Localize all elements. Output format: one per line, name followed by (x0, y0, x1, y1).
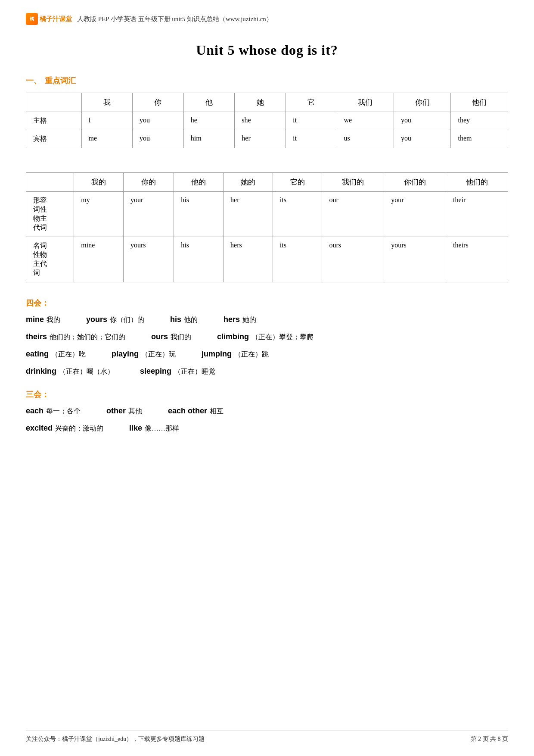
table-cell: his (174, 237, 224, 282)
table-cell: it (286, 130, 337, 148)
table-row: 我的 你的 他的 她的 它的 我们的 你们的 他们的 (26, 173, 508, 192)
vocab-en: yours (86, 315, 107, 324)
table-cell: its (273, 237, 322, 282)
header-text: 人教版 PEP 小学英语 五年级下册 unit5 知识点总结（www.juziz… (77, 15, 273, 23)
table-cell: 他的 (174, 173, 224, 192)
vocab-cn: 像……那样 (145, 424, 179, 433)
pronoun-table: 我 你 他 她 它 我们 你们 他们 主格 I you he she it we… (26, 93, 508, 148)
vocab-en: each other (168, 406, 207, 415)
vocab-item: sleeping （正在）睡觉 (140, 367, 215, 376)
vocab-line-3: eating （正在）吃 playing （正在）玩 jumping （正在）跳 (26, 350, 508, 359)
table-cell: you (394, 130, 451, 148)
table-row: 我 你 他 她 它 我们 你们 他们 (26, 93, 508, 112)
table-cell: I (81, 112, 133, 130)
vocab-en: his (170, 315, 181, 324)
vocab-cn: （正在）攀登；攀爬 (251, 333, 314, 342)
vocab-en: like (129, 424, 142, 433)
vocab-en: other (106, 406, 126, 415)
three-hui-title: 三会： (26, 389, 508, 400)
table-row: 宾格 me you him her it us you them (26, 130, 508, 148)
table-row: 主格 I you he she it we you they (26, 112, 508, 130)
table-cell: 我们 (337, 93, 394, 112)
vocab-en: each (26, 406, 43, 415)
table-cell: they (451, 112, 508, 130)
vocab-en: drinking (26, 367, 56, 376)
vocab-item: other 其他 (106, 406, 142, 416)
table-cell: mine (74, 237, 124, 282)
table-cell: our (322, 192, 384, 237)
three-hui-section: 三会： each 每一；各个 other 其他 each other 相互 ex… (26, 389, 508, 433)
table-cell: 你 (133, 93, 184, 112)
section1-title: 一、 重点词汇 (26, 75, 508, 86)
table-cell: 你们 (394, 93, 451, 112)
table-cell: 她的 (224, 173, 273, 192)
table-cell: 宾格 (26, 130, 82, 148)
vocab-en: eating (26, 350, 49, 359)
table-cell: 主格 (26, 112, 82, 130)
possessive-table: 我的 你的 他的 她的 它的 我们的 你们的 他们的 形容 词性 物主 代词 m… (26, 172, 508, 282)
header: 橘子汁课堂 人教版 PEP 小学英语 五年级下册 unit5 知识点总结（www… (26, 13, 508, 25)
table-cell: us (337, 130, 394, 148)
vocab-item: playing （正在）玩 (112, 350, 176, 359)
table-cell: 他们 (451, 93, 508, 112)
logo-icon (26, 13, 38, 25)
vocab-en: mine (26, 315, 44, 324)
table-cell: 它 (286, 93, 337, 112)
table-cell: we (337, 112, 394, 130)
four-hui-title: 四会： (26, 298, 508, 308)
vocab-cn: （正在）跳 (234, 350, 269, 359)
vocab-item: mine 我的 (26, 315, 60, 325)
vocab-en: hers (224, 315, 240, 324)
page-title: Unit 5 whose dog is it? (26, 42, 508, 58)
table-cell: her (235, 130, 286, 148)
vocab-item: eating （正在）吃 (26, 350, 86, 359)
table-cell: 我们的 (322, 173, 384, 192)
section1-label: 一、 (26, 75, 41, 86)
footer: 关注公众号：橘子汁课堂（juzizhi_edu），下载更多专项题库练习题 第 2… (26, 731, 508, 743)
vocab-cn: 你（们）的 (110, 316, 144, 325)
vocab-item: hers 她的 (224, 315, 256, 325)
vocab-en: excited (26, 424, 53, 433)
vocab-cn: （正在）玩 (141, 350, 176, 359)
footer-right: 第 2 页 共 8 页 (471, 735, 509, 743)
vocab-item: each other 相互 (168, 406, 224, 416)
vocab-en: jumping (202, 350, 232, 359)
vocab-line-6: excited 兴奋的；激动的 like 像……那样 (26, 424, 508, 433)
vocab-line-4: drinking （正在）喝（水） sleeping （正在）睡觉 (26, 367, 508, 376)
vocab-cn: 我们的 (171, 333, 191, 342)
table-cell: him (183, 130, 235, 148)
table-cell: you (133, 130, 184, 148)
table-cell: you (394, 112, 451, 130)
table-row: 名词 性物 主代 词 mine yours his hers its ours … (26, 237, 508, 282)
table-cell (26, 93, 82, 112)
table-cell: them (451, 130, 508, 148)
vocab-line-5: each 每一；各个 other 其他 each other 相互 (26, 406, 508, 416)
vocab-line-1: mine 我的 yours 你（们）的 his 他的 hers 她的 (26, 315, 508, 325)
vocab-cn: 相互 (210, 407, 224, 416)
vocab-item: climbing （正在）攀登；攀爬 (217, 332, 314, 342)
table-cell: his (174, 192, 224, 237)
table-row: 形容 词性 物主 代词 my your his her its our your… (26, 192, 508, 237)
table-cell: 你们的 (384, 173, 446, 192)
possessive-table-wrapper: 我的 你的 他的 她的 它的 我们的 你们的 他们的 形容 词性 物主 代词 m… (26, 172, 508, 282)
vocab-cn: （正在）吃 (51, 350, 86, 359)
vocab-item: yours 你（们）的 (86, 315, 144, 325)
four-hui-section: 四会： mine 我的 yours 你（们）的 his 他的 hers 她的 t… (26, 298, 508, 376)
vocab-en: ours (151, 332, 168, 341)
vocab-cn: 他们的；她们的；它们的 (50, 333, 125, 342)
table-cell: her (224, 192, 273, 237)
table-cell: 他 (183, 93, 235, 112)
vocab-cn: 每一；各个 (46, 407, 81, 416)
pronoun-table-wrapper: 我 你 他 她 它 我们 你们 他们 主格 I you he she it we… (26, 93, 508, 148)
vocab-cn: 她的 (242, 316, 256, 325)
section1-text: 重点词汇 (45, 75, 76, 86)
table-cell: theirs (446, 237, 508, 282)
table-cell: 名词 性物 主代 词 (26, 237, 74, 282)
table-cell: yours (123, 237, 174, 282)
table-cell: 我 (81, 93, 133, 112)
vocab-cn: 他的 (184, 316, 198, 325)
vocab-en: theirs (26, 332, 47, 341)
table-cell: 我的 (74, 173, 124, 192)
vocab-en: playing (112, 350, 139, 359)
vocab-item: drinking （正在）喝（水） (26, 367, 114, 376)
